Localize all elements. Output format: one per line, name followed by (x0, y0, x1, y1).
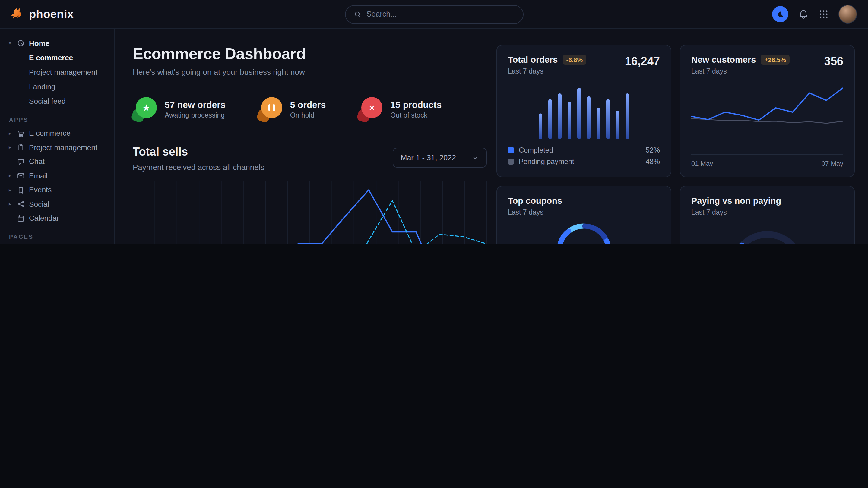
date-range-select[interactable]: Mar 1 - 31, 2022 (393, 148, 487, 168)
sidebar: ▾ Home E commerceProject managementLandi… (0, 29, 115, 244)
kpi-cards: Total orders -6.8% Last 7 days 16,247 Co… (496, 44, 855, 244)
trend-badge: -6.8% (562, 55, 586, 65)
pie-chart-icon (17, 39, 25, 47)
sidebar-item-starter[interactable]: Starter (7, 243, 108, 244)
stat-value: 5 orders (290, 99, 326, 110)
total-orders-legend: Completed 52% Pending payment 48% (508, 144, 660, 167)
sidebar-sections: APPS ▸ E commerce ▸ Project management C… (7, 108, 108, 244)
total-sells-subtitle: Payment received across all channels (133, 163, 264, 172)
sidebar-item-home[interactable]: ▾ Home (7, 36, 108, 50)
card-period: Last 7 days (508, 67, 586, 75)
notifications-button[interactable] (798, 9, 809, 20)
total-orders-value: 16,247 (625, 55, 660, 68)
share-icon (17, 200, 25, 208)
chevron-right-icon: ▸ (7, 173, 13, 179)
top-navbar: phoenix (0, 0, 868, 29)
legend-swatch (508, 147, 514, 153)
card-period: Last 7 days (691, 208, 781, 216)
stat-out-of-stock: × 15 products Out of stock (358, 97, 441, 121)
chevron-right-icon: ▸ (7, 188, 13, 193)
trend-badge: +26.5% (761, 55, 789, 65)
total-sells-chart (133, 182, 487, 244)
sidebar-item-calendar[interactable]: Calendar (7, 211, 108, 225)
new-customers-value: 356 (824, 55, 843, 68)
brand[interactable]: phoenix (10, 7, 74, 21)
paying-gauge (716, 221, 818, 244)
status-stats-row: ★ 57 new orders Awating processing 5 ord… (133, 97, 487, 121)
card-period: Last 7 days (691, 67, 789, 75)
chevron-down-icon (472, 154, 479, 161)
stat-caption: Awating processing (165, 111, 226, 119)
apps-grid-icon (818, 9, 829, 19)
paying-vs-nonpaying-card: Paying vs non paying Last 7 days Paying … (680, 186, 855, 244)
stat-caption: On hold (290, 111, 326, 119)
bkm-icon (17, 186, 25, 194)
legend-value: 52% (646, 145, 660, 154)
sidebar-home-group: ▾ Home E commerceProject managementLandi… (7, 36, 108, 108)
x-icon: × (358, 97, 382, 121)
main-content: Ecommerce Dashboard Here's what's going … (115, 29, 868, 244)
cart-icon (17, 130, 25, 137)
gauge-chart (716, 221, 818, 244)
stat-awating-processing: ★ 57 new orders Awating processing (133, 97, 226, 121)
apps-grid-button[interactable] (818, 9, 829, 19)
sidebar-section-label: APPS (9, 116, 108, 123)
new-customers-line-chart (691, 82, 843, 142)
sidebar-item-email[interactable]: ▸ Email (7, 169, 108, 183)
sidebar-item-project-management[interactable]: ▸ Project management (7, 140, 108, 155)
user-avatar[interactable] (838, 5, 857, 24)
sidebar-item-e-commerce[interactable]: ▸ E commerce (7, 126, 108, 140)
theme-toggle-button[interactable] (772, 6, 788, 22)
legend-swatch (508, 158, 514, 164)
search-icon (354, 10, 361, 18)
card-title: New customers (691, 55, 756, 65)
legend-value: 48% (646, 157, 660, 165)
phoenix-logo-icon (10, 7, 24, 21)
chevron-right-icon: ▸ (7, 131, 13, 136)
pause-icon (258, 97, 282, 121)
stat-caption: Out of stock (390, 111, 441, 119)
total-sells-title: Total sells (133, 145, 264, 159)
brand-name: phoenix (29, 7, 74, 21)
top-coupons-card: Top coupons Last 7 days 72% Percentage d… (496, 186, 671, 244)
mail-icon (17, 172, 25, 180)
sidebar-section-label: PAGES (9, 233, 108, 240)
chevron-right-icon: ▸ (7, 202, 13, 207)
page-subtitle: Here's what's going on at your business … (133, 67, 487, 76)
sidebar-item-chat[interactable]: Chat (7, 155, 108, 169)
legend-item-completed: Completed 52% (508, 144, 660, 156)
navbar-actions (772, 5, 857, 24)
moon-icon (776, 10, 784, 19)
search-input[interactable] (367, 10, 514, 19)
cal-icon (17, 215, 25, 223)
card-title: Paying vs non paying (691, 196, 781, 205)
donut-center-value: 72% (554, 221, 614, 244)
sidebar-subitem-e-commerce[interactable]: E commerce (7, 50, 108, 65)
sidebar-subitem-project-management[interactable]: Project management (7, 65, 108, 79)
new-customers-card: New customers +26.5% Last 7 days 356 01 … (680, 44, 855, 177)
sidebar-subitem-social-feed[interactable]: Social feed (7, 94, 108, 108)
bell-icon (798, 9, 809, 20)
stat-value: 15 products (390, 99, 441, 110)
chat-icon (17, 158, 25, 166)
page-title: Ecommerce Dashboard (133, 44, 487, 63)
star-icon: ★ (133, 97, 157, 121)
sidebar-item-events[interactable]: ▸ Events (7, 183, 108, 197)
new-customers-x-axis: 01 May 07 May (691, 154, 843, 167)
clip-icon (17, 144, 25, 152)
stat-on-hold: 5 orders On hold (258, 97, 326, 121)
top-coupons-donut: 72% (554, 221, 614, 244)
chevron-down-icon: ▾ (7, 41, 13, 46)
sidebar-subitem-landing[interactable]: Landing (7, 79, 108, 94)
legend-item-pending-payment: Pending payment 48% (508, 156, 660, 167)
stat-value: 57 new orders (165, 99, 226, 110)
card-title: Total orders (508, 55, 558, 65)
total-orders-card: Total orders -6.8% Last 7 days 16,247 Co… (496, 44, 671, 177)
sidebar-item-social[interactable]: ▸ Social (7, 197, 108, 211)
card-title: Top coupons (508, 196, 562, 205)
global-search[interactable] (345, 5, 523, 24)
app-root: phoenix ▾ Home E commerceProject managem… (0, 0, 868, 244)
total-orders-bar-chart (539, 82, 629, 139)
chevron-right-icon: ▸ (7, 145, 13, 151)
card-period: Last 7 days (508, 208, 562, 216)
